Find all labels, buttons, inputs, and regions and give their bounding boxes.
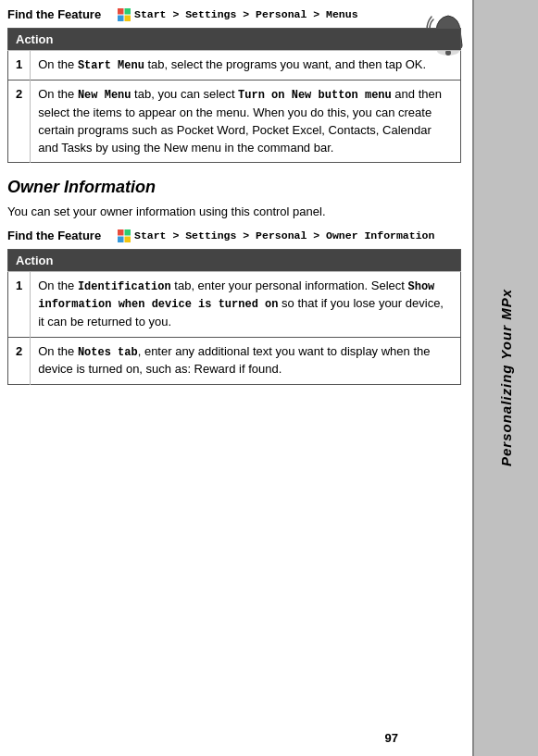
find-feature-row-2: Find the Feature Start > Settings > Pers… bbox=[7, 229, 461, 243]
table-row: 1 On the Start Menu tab, select the prog… bbox=[8, 51, 461, 81]
row-content: On the Notes tab, enter any additional t… bbox=[31, 337, 461, 384]
row-content: On the Start Menu tab, select the progra… bbox=[31, 51, 461, 81]
windows-icon-1 bbox=[117, 7, 131, 22]
action-table-1: Action 1 On the Start Menu tab, select t… bbox=[7, 28, 461, 163]
table-row: 1 On the Identification tab, enter your … bbox=[8, 272, 461, 338]
right-sidebar: Personalizing Your MPx bbox=[472, 0, 538, 756]
find-feature-path-1: Start > Settings > Personal > Menus bbox=[134, 7, 358, 22]
bold-text: Turn on New button menu bbox=[238, 89, 392, 102]
row-number: 1 bbox=[8, 272, 31, 338]
row-content: On the New Menu tab, you can select Turn… bbox=[31, 81, 461, 163]
sidebar-text: Personalizing Your MPx bbox=[498, 289, 514, 466]
row-number: 2 bbox=[8, 337, 31, 384]
page-number: 97 bbox=[385, 731, 398, 745]
action-table-2: Action 1 On the Identification tab, ente… bbox=[7, 249, 461, 385]
find-feature-label-1: Find the Feature bbox=[7, 7, 109, 21]
svg-rect-3 bbox=[125, 8, 131, 15]
table-header-1: Action bbox=[8, 29, 461, 51]
svg-rect-6 bbox=[118, 229, 124, 236]
svg-rect-9 bbox=[125, 236, 131, 242]
bold-text: New Menu bbox=[78, 89, 131, 102]
find-path-container-2: Start > Settings > Personal > Owner Info… bbox=[117, 229, 434, 243]
row-number: 1 bbox=[8, 51, 31, 81]
bold-text: Start Menu bbox=[78, 59, 144, 72]
svg-rect-5 bbox=[125, 16, 131, 22]
table-header-2: Action bbox=[8, 250, 461, 272]
section-title: Owner Information bbox=[7, 178, 461, 197]
svg-rect-8 bbox=[118, 236, 124, 242]
find-path-container-1: Start > Settings > Personal > Menus bbox=[117, 7, 358, 22]
table-row: 2 On the New Menu tab, you can select Tu… bbox=[8, 81, 461, 163]
table-row: 2 On the Notes tab, enter any additional… bbox=[8, 337, 461, 384]
row-number: 2 bbox=[8, 81, 31, 163]
find-feature-row-1: Find the Feature Start > Settings > Pers… bbox=[7, 7, 461, 22]
find-feature-label-2: Find the Feature bbox=[7, 229, 109, 242]
page-container: Find the Feature Start > Settings > Pers… bbox=[0, 0, 472, 756]
find-feature-path-2: Start > Settings > Personal > Owner Info… bbox=[134, 229, 434, 243]
windows-icon-2 bbox=[117, 229, 131, 243]
svg-rect-4 bbox=[118, 16, 124, 22]
row-content: On the Identification tab, enter your pe… bbox=[31, 272, 461, 338]
svg-rect-2 bbox=[118, 8, 124, 15]
bold-text: Notes tab bbox=[78, 346, 138, 359]
svg-rect-7 bbox=[125, 229, 131, 236]
section-description: You can set your owner information using… bbox=[7, 203, 461, 221]
bold-text: Identification bbox=[78, 280, 171, 293]
